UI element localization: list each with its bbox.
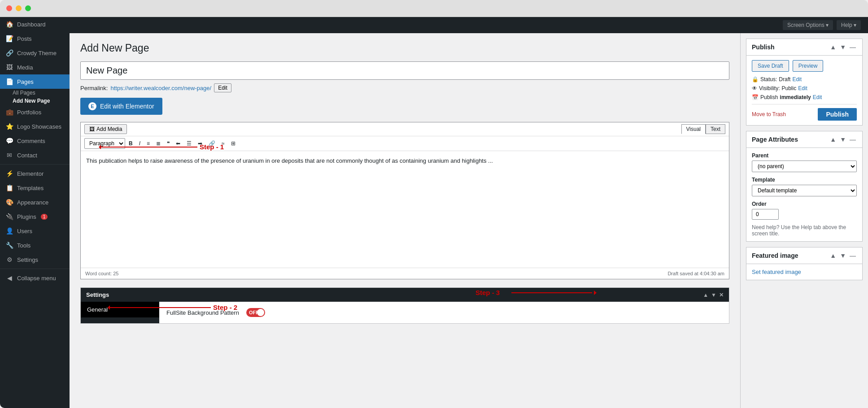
sidebar-item-dashboard[interactable]: 🏠 Dashboard xyxy=(0,17,70,31)
template-field: Template Default template xyxy=(752,177,857,196)
settings-expand-btn[interactable]: ▼ xyxy=(711,292,716,298)
settings-general-tab[interactable]: General xyxy=(81,302,159,317)
sidebar-item-logo-showcases[interactable]: ⭐ Logo Showcases xyxy=(0,119,70,134)
special-button[interactable]: ≈ xyxy=(219,139,227,148)
template-select[interactable]: Default template xyxy=(752,185,857,196)
help-button[interactable]: Help ▾ xyxy=(837,20,861,30)
sidebar-item-users[interactable]: 👤 Users xyxy=(0,224,70,238)
sidebar-item-plugins[interactable]: 🔌 Plugins 1 xyxy=(0,209,70,224)
sidebar-item-add-new-page[interactable]: Add New Page xyxy=(0,97,70,105)
page-title-input[interactable] xyxy=(80,61,729,80)
fullsite-toggle[interactable]: OFF xyxy=(246,308,265,317)
visibility-edit-link[interactable]: Edit xyxy=(798,85,807,91)
status-row: 🔒 Status: Draft Edit xyxy=(752,76,857,82)
posts-icon: 📝 xyxy=(5,35,13,42)
publish-time-row: 📅 Publish immediately Edit xyxy=(752,94,857,100)
settings-close-btn[interactable]: ✕ xyxy=(719,292,724,298)
templates-icon: 📋 xyxy=(5,184,13,191)
edit-with-elementor-button[interactable]: E Edit with Elementor xyxy=(80,98,162,115)
publish-metabox-body: Save Draft Preview 🔒 Status: Draft Edit … xyxy=(746,56,862,125)
collapse-icon: ◀ xyxy=(5,274,13,282)
parent-select[interactable]: (no parent) xyxy=(752,161,857,172)
permalink-edit-button[interactable]: Edit xyxy=(214,83,231,92)
publish-time-edit-link[interactable]: Edit xyxy=(813,94,822,100)
publish-close-btn[interactable]: — xyxy=(849,43,857,52)
sidebar-item-templates[interactable]: 📋 Templates xyxy=(0,181,70,195)
publish-expand-btn[interactable]: ▼ xyxy=(839,43,847,52)
sidebar-item-collapse[interactable]: ◀ Collapse menu xyxy=(0,271,70,285)
tools-icon: 🔧 xyxy=(5,242,13,249)
sidebar-item-crowdy-theme[interactable]: 🔗 Crowdy Theme xyxy=(0,46,70,60)
editor-content[interactable]: This publication helps to raise awarenes… xyxy=(81,151,729,268)
order-field: Order xyxy=(752,201,857,220)
link-button[interactable]: 🔗 xyxy=(206,139,218,148)
sidebar-item-portfolios[interactable]: 💼 Portfolios xyxy=(0,105,70,119)
add-media-button[interactable]: 🖼 Add Media xyxy=(84,124,127,134)
settings-body: General FullSite Background Pattern OFF xyxy=(81,302,729,323)
page-attributes-body: Parent (no parent) Template Default temp… xyxy=(746,148,862,241)
right-sidebar: Publish ▲ ▼ — Save Draft Preview xyxy=(740,33,868,408)
admin-topbar: Screen Options ▾ Help ▾ xyxy=(70,17,868,33)
main-content: Screen Options ▾ Help ▾ Add New Page Per… xyxy=(70,17,868,408)
fi-close-btn[interactable]: — xyxy=(849,251,857,260)
settings-header: Settings ▲ ▼ ✕ xyxy=(81,288,729,302)
sidebar-item-pages[interactable]: 📄 Pages xyxy=(0,74,70,89)
tab-visual[interactable]: Visual xyxy=(681,124,706,134)
users-icon: 👤 xyxy=(5,227,13,234)
sidebar-item-tools[interactable]: 🔧 Tools xyxy=(0,238,70,252)
screen-options-button[interactable]: Screen Options ▾ xyxy=(783,20,833,30)
sidebar-item-settings[interactable]: ⚙ Settings xyxy=(0,252,70,267)
blockquote-button[interactable]: ❝ xyxy=(164,139,172,148)
permalink-row: Permalink: https://writer.wealcoder.com/… xyxy=(80,83,729,92)
parent-field: Parent (no parent) xyxy=(752,152,857,172)
align-left-button[interactable]: ⬅ xyxy=(173,139,183,148)
sidebar-item-elementor[interactable]: ⚡ Elementor xyxy=(0,166,70,181)
settings-sidebar: General xyxy=(81,302,159,323)
paragraph-select[interactable]: Paragraph xyxy=(84,138,125,149)
featured-image-body: Set featured image xyxy=(746,264,862,280)
unordered-list-button[interactable]: ≣ xyxy=(153,139,163,148)
maximize-btn[interactable] xyxy=(25,5,31,11)
permalink-link[interactable]: https://writer.wealcoder.com/new-page/ xyxy=(110,85,211,91)
ordered-list-button[interactable]: ≡ xyxy=(144,139,153,148)
move-to-trash-link[interactable]: Move to Trash xyxy=(752,111,786,117)
close-btn[interactable] xyxy=(6,5,12,11)
fi-collapse-btn[interactable]: ▲ xyxy=(829,251,837,260)
settings-collapse-btn[interactable]: ▲ xyxy=(703,292,708,298)
draft-saved: Draft saved at 4:04:30 am xyxy=(667,271,724,276)
preview-button[interactable]: Preview xyxy=(793,60,824,72)
pa-collapse-btn[interactable]: ▲ xyxy=(829,135,837,144)
order-input[interactable] xyxy=(752,209,779,220)
sidebar-item-appearance[interactable]: 🎨 Appearance xyxy=(0,195,70,209)
bold-button[interactable]: B xyxy=(126,139,135,148)
tab-text[interactable]: Text xyxy=(706,124,725,134)
publish-collapse-btn[interactable]: ▲ xyxy=(829,43,837,52)
template-label: Template xyxy=(752,177,857,183)
set-featured-image-link[interactable]: Set featured image xyxy=(752,269,801,275)
italic-button[interactable]: I xyxy=(136,139,143,148)
sidebar-item-all-pages[interactable]: All Pages xyxy=(0,89,70,97)
align-right-button[interactable]: ➡ xyxy=(195,139,205,148)
minimize-btn[interactable] xyxy=(16,5,22,11)
sidebar-item-contact[interactable]: ✉ Contact xyxy=(0,148,70,162)
save-draft-button[interactable]: Save Draft xyxy=(752,60,789,72)
publish-button[interactable]: Publish xyxy=(818,108,857,121)
visibility-value: Public xyxy=(781,85,796,91)
settings-content: FullSite Background Pattern OFF xyxy=(159,302,729,323)
sidebar-item-media[interactable]: 🖼 Media xyxy=(0,60,70,74)
pa-expand-btn[interactable]: ▼ xyxy=(839,135,847,144)
status-edit-link[interactable]: Edit xyxy=(792,76,802,82)
fi-expand-btn[interactable]: ▼ xyxy=(839,251,847,260)
publish-metabox: Publish ▲ ▼ — Save Draft Preview xyxy=(746,39,863,126)
align-center-button[interactable]: ☰ xyxy=(184,139,194,148)
pa-close-btn[interactable]: — xyxy=(849,135,857,144)
toggle-control[interactable]: OFF xyxy=(246,308,265,317)
sidebar-item-comments[interactable]: 💬 Comments xyxy=(0,134,70,148)
table-button[interactable]: ⊞ xyxy=(228,139,238,148)
sidebar-item-posts[interactable]: 📝 Posts xyxy=(0,31,70,46)
status-value: Draft xyxy=(779,76,790,82)
settings-section: Settings ▲ ▼ ✕ General xyxy=(80,287,729,324)
contact-icon: ✉ xyxy=(5,152,13,159)
calendar-icon: 📅 xyxy=(752,94,759,100)
comments-icon: 💬 xyxy=(5,137,13,144)
